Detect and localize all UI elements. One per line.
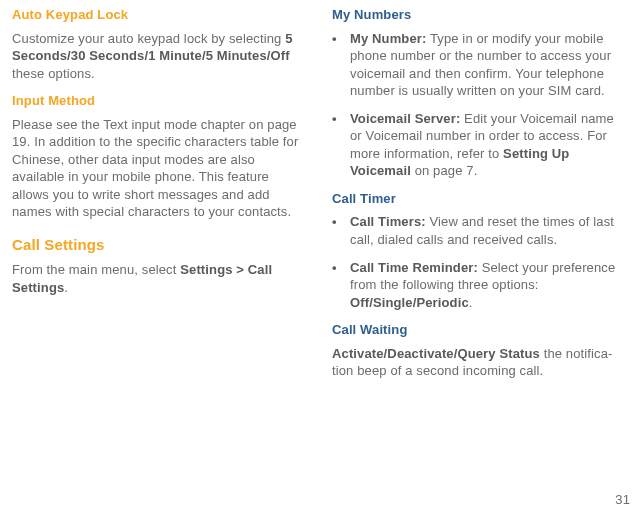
heading-call-timer: Call Timer (332, 190, 628, 208)
heading-my-numbers: My Numbers (332, 6, 628, 24)
manual-page: Auto Keypad Lock Customize your auto key… (0, 0, 640, 388)
bold-label: My Number: (350, 31, 426, 46)
bullet-icon: • (332, 213, 337, 231)
text: From the main menu, select (12, 262, 180, 277)
para-input-method: Please see the Text input mode chapter o… (12, 116, 308, 221)
text: . (64, 280, 68, 295)
heading-auto-keypad-lock: Auto Keypad Lock (12, 6, 308, 24)
list-item: •My Number: Type in or modify your mobil… (332, 30, 628, 100)
text: Customize your auto keypad lock by selec… (12, 31, 285, 46)
text: on page 7. (411, 163, 478, 178)
list-my-numbers: •My Number: Type in or modify your mobil… (332, 30, 628, 180)
list-item: •Call Time Reminder: Select your prefere… (332, 259, 628, 312)
heading-input-method: Input Method (12, 92, 308, 110)
list-call-timer: •Call Timers: View and reset the times o… (332, 213, 628, 311)
bullet-icon: • (332, 110, 337, 128)
para-auto-keypad: Customize your auto keypad lock by selec… (12, 30, 308, 83)
page-number: 31 (615, 491, 630, 509)
heading-call-waiting: Call Waiting (332, 321, 628, 339)
left-column: Auto Keypad Lock Customize your auto key… (12, 6, 308, 388)
bullet-icon: • (332, 30, 337, 48)
list-item: •Call Timers: View and reset the times o… (332, 213, 628, 248)
heading-call-settings: Call Settings (12, 235, 308, 255)
bold-options: Off/Single/Periodic (350, 295, 469, 310)
right-column: My Numbers •My Number: Type in or modify… (332, 6, 628, 388)
para-call-waiting: Activate/Deactivate/Query Status the not… (332, 345, 628, 380)
para-call-settings: From the main menu, select Settings > Ca… (12, 261, 308, 296)
list-item: •Voicemail Server: Edit your Voicemail n… (332, 110, 628, 180)
bold-label: Activate/Deactivate/Query Status (332, 346, 540, 361)
bold-label: Call Timers: (350, 214, 426, 229)
bullet-icon: • (332, 259, 337, 277)
text: . (469, 295, 473, 310)
bold-label: Voicemail Server: (350, 111, 460, 126)
text: these options. (12, 66, 95, 81)
bold-label: Call Time Reminder: (350, 260, 478, 275)
